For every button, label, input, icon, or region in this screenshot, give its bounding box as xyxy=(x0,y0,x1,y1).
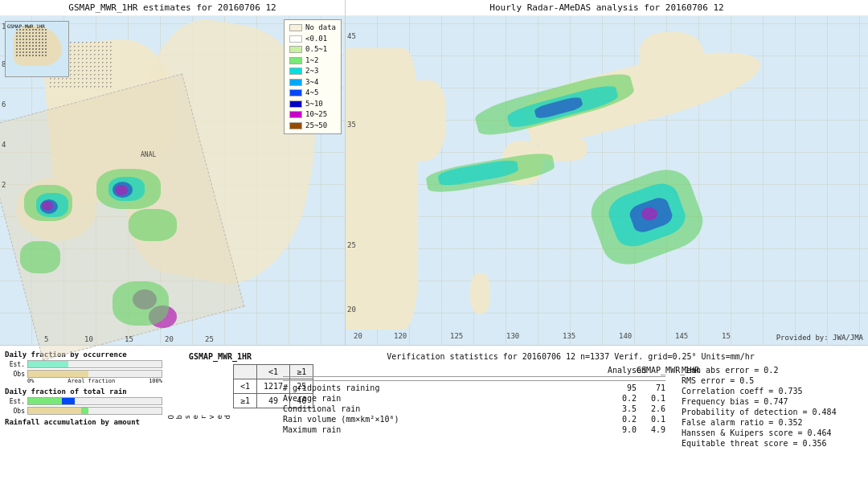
rain-green-4 xyxy=(113,281,169,326)
header-name xyxy=(283,366,608,375)
stats-header: Analysed GSMAP_MWR_1HR xyxy=(283,366,665,377)
contingency-area: GSMAP_MWR_1HR Observed <1 ≥1 xyxy=(164,349,276,489)
bar-track-obs-1 xyxy=(27,370,162,378)
legend-nodata: No data xyxy=(289,23,336,34)
metric-6: Hanssen & Kuipers score = 0.464 xyxy=(682,428,858,437)
lat-20: 20 xyxy=(347,305,356,314)
table-header-blank xyxy=(234,365,257,379)
inset-rain-dots xyxy=(15,28,47,56)
lon-125: 125 xyxy=(450,332,463,340)
row-name-1: Average rain xyxy=(283,394,608,403)
lon-120: 120 xyxy=(394,332,407,340)
legend-label-nodata: No data xyxy=(305,23,336,34)
axis-100-1: 100% xyxy=(149,378,162,384)
right-map-area: 45 35 25 20 120 125 130 135 140 145 15 2… xyxy=(346,16,868,345)
chart-title-1: Daily fraction by occurrence xyxy=(5,351,162,359)
legend-12: 1~2 xyxy=(289,55,336,67)
chart-title-3: Rainfall accumulation by amount xyxy=(5,418,162,426)
legend-label-34: 3~4 xyxy=(305,77,318,88)
bar-track-est-2 xyxy=(27,397,162,405)
row-val1-1: 0.2 xyxy=(608,394,637,403)
left-axis-x10: 10 xyxy=(84,335,93,343)
row-val2-3: 0.1 xyxy=(637,415,665,424)
bar-track-obs-2 xyxy=(27,407,162,415)
row-name-3: Rain volume (mm×km²×10⁶) xyxy=(283,415,608,424)
bottom-row: Daily fraction by occurrence Est. Obs xyxy=(0,346,868,492)
rain-green-3 xyxy=(129,209,177,241)
legend-510: 5~10 xyxy=(289,99,336,110)
right-land-taiwan xyxy=(470,273,490,314)
obs-label-1: Obs xyxy=(5,371,25,378)
bar-fill-blue xyxy=(62,398,76,404)
stats-row-2: Conditional rain 3.5 2.6 xyxy=(283,404,665,413)
chart-total-rain: Daily fraction of total rain Est. Obs xyxy=(5,387,162,415)
table-cell-row-ge1: ≥1 xyxy=(234,394,257,408)
row-val2-1: 0.1 xyxy=(637,394,665,403)
bar-fill-green xyxy=(28,398,62,404)
axis-0-1: 0% xyxy=(27,378,34,384)
row-val2-4: 4.9 xyxy=(637,425,665,434)
legend-color-510 xyxy=(289,100,302,108)
bar-fill-obs-1 xyxy=(28,371,88,377)
lat-25: 25 xyxy=(347,241,356,249)
stats-grid: Analysed GSMAP_MWR_1HR # gridpoints rain… xyxy=(283,366,858,449)
amedas-purple-1 xyxy=(641,207,657,220)
verification-title: Verification statistics for 20160706 12 … xyxy=(283,352,858,361)
lon-20-right: 20 xyxy=(354,332,362,340)
legend-color-12 xyxy=(289,57,302,64)
legend-label-23: 2~3 xyxy=(305,66,318,77)
lon-135: 135 xyxy=(563,332,575,340)
bar-fill-est-1 xyxy=(28,361,68,367)
left-axis-y6: 6 xyxy=(2,100,6,109)
legend-1025: 10~25 xyxy=(289,109,336,121)
contingency-title: GSMAP_MWR_1HR xyxy=(167,352,273,361)
obs-label-2: Obs xyxy=(5,408,25,415)
legend-color-1025 xyxy=(289,111,302,118)
legend-label-510: 5~10 xyxy=(305,99,323,110)
right-land-hokkaido xyxy=(639,32,703,84)
row-val1-3: 0.2 xyxy=(608,415,637,424)
chart-title-2: Daily fraction of total rain xyxy=(5,387,162,396)
bar-chart-2: Est. Obs xyxy=(5,397,162,415)
attribution: Provided by: JWA/JMA xyxy=(776,334,863,342)
left-map-title: GSMAP_MWR_1HR estimates for 20160706 12 xyxy=(0,0,345,16)
legend-2550: 25~50 xyxy=(289,121,336,132)
legend-color-051 xyxy=(289,46,302,53)
stats-row-4: Maximum rain 9.0 4.9 xyxy=(283,425,665,434)
row-name-2: Conditional rain xyxy=(283,404,608,413)
legend-051: 0.5~1 xyxy=(289,44,336,55)
stats-left-col: Analysed GSMAP_MWR_1HR # gridpoints rain… xyxy=(283,366,665,449)
legend-label-051: 0.5~1 xyxy=(305,44,327,55)
table-cell-row-lt1: <1 xyxy=(234,379,257,394)
anal-label: ANAL xyxy=(141,151,156,158)
charts-section: Daily fraction by occurrence Est. Obs xyxy=(3,349,164,489)
lon-15-right: 15 xyxy=(722,332,731,340)
right-land-china xyxy=(346,48,418,330)
metric-7: Equitable threat score = 0.356 xyxy=(682,439,858,448)
legend-label-2550: 25~50 xyxy=(305,121,327,132)
metric-5: False alarm ratio = 0.352 xyxy=(682,418,858,427)
chart1-axis: 0% Areal fraction 100% xyxy=(5,378,162,384)
legend-34: 3~4 xyxy=(289,77,336,88)
row-val2-2: 2.6 xyxy=(637,404,665,413)
lon-130: 130 xyxy=(506,332,519,340)
left-axis-y4: 4 xyxy=(2,141,6,149)
legend-color-34 xyxy=(289,79,302,86)
legend-23: 2~3 xyxy=(289,66,336,77)
inset-label: GSMAP-MWR_1HR xyxy=(7,23,45,29)
legend-label-001: <0.01 xyxy=(305,34,327,45)
legend-45: 4~5 xyxy=(289,88,336,99)
obs-vertical-text: Observed xyxy=(167,413,231,419)
row-val1-0: 95 xyxy=(608,383,637,392)
row-val2-0: 71 xyxy=(637,383,665,392)
metric-4: Probability of detection = 0.484 xyxy=(682,408,858,416)
areal-fraction-1: Areal fraction xyxy=(68,378,115,384)
row-val1-4: 9.0 xyxy=(608,425,637,434)
legend-label-45: 4~5 xyxy=(305,88,318,99)
left-panel: GSMAP_MWR_1HR estimates for 20160706 12 xyxy=(0,0,346,345)
left-axis-x5: 5 xyxy=(44,335,48,343)
lat-35: 35 xyxy=(347,121,356,129)
metric-1: RMS error = 0.5 xyxy=(682,376,858,385)
left-axis-x20: 20 xyxy=(165,335,174,343)
top-row: GSMAP_MWR_1HR estimates for 20160706 12 xyxy=(0,0,868,346)
